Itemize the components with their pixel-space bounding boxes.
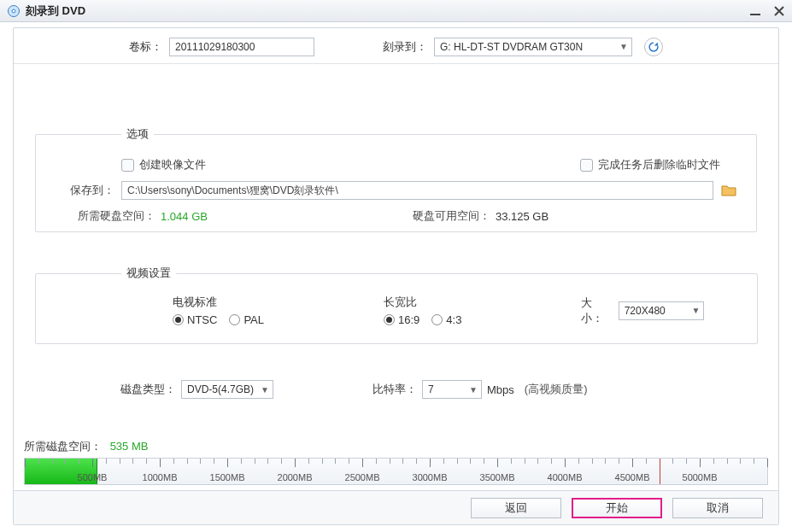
video-settings-fieldset: 视频设置 电视标准 NTSC PAL 长宽比 16:9 4:3 xyxy=(35,266,758,344)
scale-tick-label: 4000MB xyxy=(548,472,583,482)
scale-tick-label: 3500MB xyxy=(480,472,515,482)
window-title: 刻录到 DVD xyxy=(26,3,85,19)
svg-point-1 xyxy=(12,9,15,13)
avail-space-value: 33.125 GB xyxy=(496,210,549,223)
titlebar: 刻录到 DVD xyxy=(0,0,792,22)
burn-to-label: 刻录到： xyxy=(383,39,427,55)
video-size-label: 大小： xyxy=(581,295,611,326)
aspect-43-radio[interactable]: 4:3 xyxy=(431,313,461,326)
tv-standard-label: 电视标准 xyxy=(173,295,264,310)
tv-ntsc-radio[interactable]: NTSC xyxy=(173,313,217,326)
bitrate-label: 比特率： xyxy=(373,382,417,397)
save-to-input[interactable] xyxy=(121,181,713,200)
scale-tick-label: 3000MB xyxy=(413,472,448,482)
chevron-down-icon: ▼ xyxy=(261,385,269,395)
volume-label-input[interactable] xyxy=(169,38,314,56)
delete-temp-checkbox[interactable] xyxy=(580,159,593,172)
bitrate-row: 磁盘类型： DVD-5(4.7GB) ▼ 比特率： 7 ▼ Mbps (高视频质… xyxy=(35,380,757,399)
burn-to-value: G: HL-DT-ST DVDRAM GT30N xyxy=(440,41,583,53)
video-size-value: 720X480 xyxy=(625,305,666,317)
create-image-checkbox[interactable] xyxy=(121,159,134,172)
delete-temp-label: 完成任务后删除临时文件 xyxy=(598,157,720,172)
chevron-down-icon: ▼ xyxy=(619,42,628,51)
chevron-down-icon: ▼ xyxy=(691,306,700,315)
bitrate-unit: Mbps xyxy=(487,383,514,396)
close-button[interactable] xyxy=(773,5,785,17)
aspect-43-label: 4:3 xyxy=(446,313,461,326)
bitrate-dropdown[interactable]: 7 ▼ xyxy=(422,380,482,399)
bottom-bar: 返回 开始 取消 xyxy=(14,490,778,524)
aspect-ratio-label: 长宽比 xyxy=(384,295,461,310)
start-button[interactable]: 开始 xyxy=(572,498,662,518)
disk-space-area: 所需磁盘空间： 535 MB 500MB1000MB1500MB2000MB25… xyxy=(24,439,768,485)
browse-folder-button[interactable] xyxy=(720,183,737,198)
scale-tick-label: 2000MB xyxy=(278,472,313,482)
app-icon xyxy=(7,4,21,18)
scale-tick-label: 1500MB xyxy=(210,472,245,482)
disc-type-value: DVD-5(4.7GB) xyxy=(187,383,254,395)
scale-tick-label: 4500MB xyxy=(615,472,650,482)
scale-tick-label: 5000MB xyxy=(683,472,718,482)
volume-label-label: 卷标： xyxy=(129,39,162,55)
chevron-down-icon: ▼ xyxy=(469,385,478,395)
video-size-dropdown[interactable]: 720X480 ▼ xyxy=(619,301,705,320)
svg-rect-2 xyxy=(750,14,760,15)
tv-pal-radio[interactable]: PAL xyxy=(229,313,264,326)
need-space-value: 1.044 GB xyxy=(161,210,208,223)
tv-pal-label: PAL xyxy=(243,313,264,326)
disk-space-scale: 500MB1000MB1500MB2000MB2500MB3000MB3500M… xyxy=(24,458,768,485)
create-image-label: 创建映像文件 xyxy=(139,157,206,172)
scale-tick-label: 2500MB xyxy=(345,472,380,482)
need-space-label: 所需硬盘空间： xyxy=(63,208,155,224)
video-settings-legend: 视频设置 xyxy=(121,266,176,281)
scale-tick-label: 500MB xyxy=(78,472,108,482)
burn-to-dropdown[interactable]: G: HL-DT-ST DVDRAM GT30N ▼ xyxy=(434,38,632,56)
disk-capacity-marker xyxy=(660,459,660,484)
disk-need-value: 535 MB xyxy=(110,440,149,453)
disc-type-label: 磁盘类型： xyxy=(120,382,176,397)
disc-type-dropdown[interactable]: DVD-5(4.7GB) ▼ xyxy=(181,380,273,399)
bitrate-value: 7 xyxy=(428,383,434,395)
save-to-label: 保存到： xyxy=(63,183,114,198)
top-settings-row: 卷标： 刻录到： G: HL-DT-ST DVDRAM GT30N ▼ xyxy=(14,28,778,64)
bitrate-hint: (高视频质量) xyxy=(525,382,588,397)
options-legend: 选项 xyxy=(121,126,154,142)
options-fieldset: 选项 创建映像文件 完成任务后删除临时文件 保存到： 所需硬盘空间： 1.044… xyxy=(35,126,757,232)
minimize-button[interactable] xyxy=(749,5,761,17)
refresh-drives-button[interactable] xyxy=(644,38,663,56)
disk-need-label: 所需磁盘空间： xyxy=(24,440,102,453)
cancel-button[interactable]: 取消 xyxy=(672,498,763,518)
tv-ntsc-label: NTSC xyxy=(187,313,217,326)
scale-tick-label: 1000MB xyxy=(143,472,178,482)
back-button[interactable]: 返回 xyxy=(471,498,561,518)
aspect-169-label: 16:9 xyxy=(398,313,419,326)
avail-space-label: 硬盘可用空间： xyxy=(413,208,490,224)
aspect-169-radio[interactable]: 16:9 xyxy=(384,313,419,326)
